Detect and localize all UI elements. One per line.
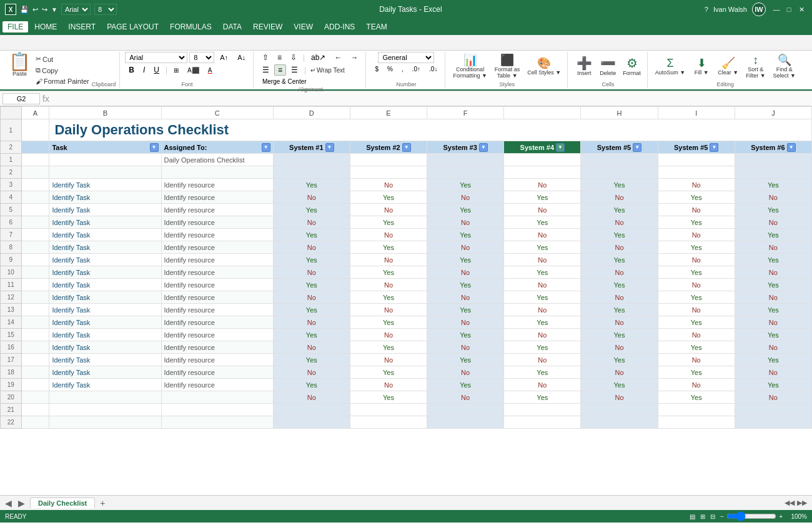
cell-sys7-21[interactable] [735, 404, 811, 416]
cell-task-11[interactable]: Identify Task [49, 279, 161, 291]
row-num-15[interactable]: 15 [1, 329, 22, 341]
cell-sys2-7[interactable]: No [350, 229, 427, 241]
row-num-22[interactable]: 22 [1, 416, 22, 429]
zoom-in-button[interactable]: + [779, 513, 783, 520]
cut-button[interactable]: ✂ Cut [33, 54, 92, 64]
cell-sys1-10[interactable]: No [273, 266, 350, 279]
decimal-increase[interactable]: .0↑ [408, 64, 424, 74]
cell-sys4-4[interactable]: Yes [504, 191, 581, 204]
review-menu[interactable]: REVIEW [248, 21, 287, 32]
cell-sys2-10[interactable]: Yes [350, 266, 427, 279]
cell-sys1-1[interactable] [273, 154, 350, 166]
addins-menu[interactable]: ADD-INS [319, 21, 360, 32]
cell-sys7-13[interactable]: Yes [735, 304, 811, 316]
cell-sys3-4[interactable]: No [427, 191, 504, 204]
sort-filter-button[interactable]: ↕ Sort &Filter ▼ [743, 53, 768, 80]
cell-sys5-11[interactable]: Yes [581, 279, 658, 291]
cell-a8[interactable] [21, 241, 49, 254]
row-num-19[interactable]: 19 [1, 379, 22, 391]
cell-task-20[interactable] [49, 391, 161, 404]
cell-task-18[interactable]: Identify Task [49, 366, 161, 379]
row-num-18[interactable]: 18 [1, 366, 22, 379]
cell-sys2-5[interactable]: No [350, 204, 427, 216]
cell-sys4-6[interactable]: Yes [504, 216, 581, 229]
cell-sys3-21[interactable] [427, 404, 504, 416]
cell-a3[interactable] [21, 179, 49, 191]
font-size-decrease[interactable]: A↓ [234, 52, 249, 62]
cell-sys1-4[interactable]: No [273, 191, 350, 204]
filter-task[interactable]: ▼ [150, 143, 159, 152]
cell-assigned-19[interactable]: Identify resource [161, 379, 273, 391]
cell-sys1-19[interactable]: Yes [273, 379, 350, 391]
row-num-7[interactable]: 7 [1, 229, 22, 241]
cell-sys7-11[interactable]: Yes [735, 279, 811, 291]
cell-sys1-7[interactable]: Yes [273, 229, 350, 241]
row-num-12[interactable]: 12 [1, 291, 22, 304]
cell-a13[interactable] [21, 304, 49, 316]
cell-sys1-22[interactable] [273, 416, 350, 429]
cell-a15[interactable] [21, 329, 49, 341]
border-button[interactable]: ⊞ [170, 66, 182, 75]
cell-sys7-15[interactable]: Yes [735, 329, 811, 341]
cell-sys2-19[interactable]: No [350, 379, 427, 391]
row-num-1[interactable]: 1 [1, 119, 22, 141]
filter-assigned[interactable]: ▼ [262, 143, 270, 152]
format-painter-button[interactable]: 🖌 Format Painter [33, 76, 92, 86]
cell-sys2-12[interactable]: Yes [350, 291, 427, 304]
header-sys6[interactable]: System #6 ▼ [735, 141, 811, 154]
header-sys2[interactable]: System #2 ▼ [350, 141, 427, 154]
cell-sys3-10[interactable]: No [427, 266, 504, 279]
cell-sys1-21[interactable] [273, 404, 350, 416]
zoom-out-button[interactable]: − [720, 513, 724, 520]
cell-task-13[interactable]: Identify Task [49, 304, 161, 316]
page-break-icon[interactable]: ⊟ [710, 513, 715, 520]
row-num-11[interactable]: 11 [1, 279, 22, 291]
row-num-14[interactable]: 14 [1, 316, 22, 329]
cell-sys3-7[interactable]: Yes [427, 229, 504, 241]
col-header-b[interactable]: B [49, 107, 161, 119]
cell-assigned-15[interactable]: Identify resource [161, 329, 273, 341]
cell-sys7-9[interactable]: Yes [735, 254, 811, 266]
cell-sys6-15[interactable]: No [658, 329, 735, 341]
col-header-f[interactable]: F [427, 107, 504, 119]
indent-decrease[interactable]: ← [330, 52, 345, 63]
cell-sys3-22[interactable] [427, 416, 504, 429]
header-assigned[interactable]: Assigned To: ▼ [161, 141, 273, 154]
cell-sys2-17[interactable]: No [350, 354, 427, 366]
italic-button[interactable]: I [139, 64, 149, 76]
cell-sys6-5[interactable]: No [658, 204, 735, 216]
cell-sys7-20[interactable]: No [735, 391, 811, 404]
cell-task-1[interactable] [49, 154, 161, 166]
cell-sys3-11[interactable]: Yes [427, 279, 504, 291]
cell-a1[interactable] [21, 154, 49, 166]
view-menu[interactable]: VIEW [289, 21, 318, 32]
cell-a18[interactable] [21, 366, 49, 379]
cell-sys6-20[interactable]: Yes [658, 391, 735, 404]
cell-sys7-8[interactable]: No [735, 241, 811, 254]
cell-assigned-8[interactable]: Identify resource [161, 241, 273, 254]
row-num-3[interactable]: 3 [1, 179, 22, 191]
cell-a19[interactable] [21, 379, 49, 391]
cell-a2[interactable] [21, 141, 49, 154]
quick-access-more[interactable]: ▼ [51, 6, 57, 13]
cell-sys3-5[interactable]: Yes [427, 204, 504, 216]
cell-sys3-2[interactable] [427, 166, 504, 179]
cell-sys2-21[interactable] [350, 404, 427, 416]
col-header-j[interactable]: J [735, 107, 811, 119]
cell-sys6-22[interactable] [658, 416, 735, 429]
cell-sys7-18[interactable]: No [735, 366, 811, 379]
cell-sys1-12[interactable]: No [273, 291, 350, 304]
cell-sys3-18[interactable]: No [427, 366, 504, 379]
cell-a6[interactable] [21, 216, 49, 229]
cell-sys3-6[interactable]: No [427, 216, 504, 229]
cell-reference-box[interactable] [2, 93, 40, 104]
cell-sys2-13[interactable]: No [350, 304, 427, 316]
file-menu[interactable]: FILE [2, 21, 28, 32]
cell-sys7-14[interactable]: No [735, 316, 811, 329]
maximize-button[interactable]: □ [783, 4, 795, 15]
font-color-button[interactable]: A [204, 66, 216, 75]
cell-sys2-22[interactable] [350, 416, 427, 429]
cell-a17[interactable] [21, 354, 49, 366]
cell-a11[interactable] [21, 279, 49, 291]
cell-a22[interactable] [21, 416, 49, 429]
